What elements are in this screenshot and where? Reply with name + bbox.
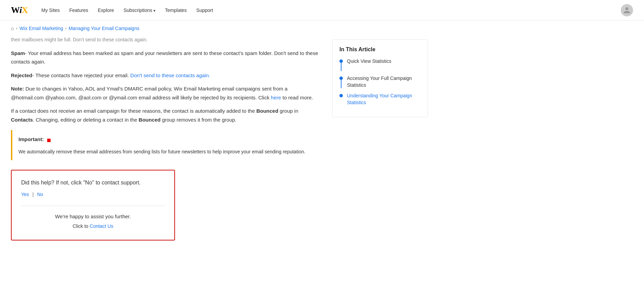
toc-dot-3 bbox=[339, 94, 343, 97]
feedback-yes-link[interactable]: Yes bbox=[21, 191, 29, 199]
rejected-link[interactable]: Don't send to these contacts again. bbox=[130, 72, 210, 78]
nav-links: My Sites Features Explore Subscriptions … bbox=[41, 8, 621, 13]
assist-main-text: We're happy to assist you further. bbox=[55, 212, 131, 221]
toc-item-1: Quick View Statistics bbox=[339, 58, 421, 71]
toc-connector-1 bbox=[341, 63, 341, 71]
toc-item-2: Accessing Your Full Campaign Statistics bbox=[339, 75, 421, 88]
red-indicator bbox=[47, 139, 51, 142]
feedback-assist: We're happy to assist you further. Click… bbox=[21, 212, 165, 230]
toc-link-3[interactable]: Understanding Your Campaign Statistics bbox=[347, 93, 421, 106]
sidebar-title: In This Article bbox=[339, 46, 421, 53]
note-here-link[interactable]: here bbox=[271, 95, 281, 100]
rejected-label: Rejected bbox=[11, 72, 32, 78]
toc-dot-1 bbox=[339, 59, 343, 63]
toc-list: Quick View Statistics Accessing Your Ful… bbox=[339, 58, 421, 106]
content-body: their mailboxes might be full. Don't sen… bbox=[11, 36, 319, 240]
spam-text: - Your email address has been marked as … bbox=[11, 50, 318, 65]
bounced-mid2: . Changing, editing or deleting a contac… bbox=[33, 117, 138, 123]
toc-line-1 bbox=[339, 58, 343, 71]
contact-us-link[interactable]: Contact Us bbox=[90, 223, 113, 229]
note-paragraph: Note: Due to changes in Yahoo, AOL and Y… bbox=[11, 84, 319, 102]
main-nav: WiX My Sites Features Explore Subscripti… bbox=[0, 0, 644, 20]
toc-line-3 bbox=[339, 93, 343, 97]
bounced-label1: Bounced bbox=[256, 108, 278, 114]
nav-support[interactable]: Support bbox=[196, 8, 213, 13]
toc-connector-2 bbox=[341, 80, 341, 88]
site-logo[interactable]: WiX bbox=[11, 5, 28, 15]
bounced-text: If a contact does not receive an email c… bbox=[11, 108, 256, 114]
bounced-label2: Contacts bbox=[11, 117, 33, 123]
sidebar: In This Article Quick View Statistics bbox=[332, 36, 428, 254]
toc-line-2 bbox=[339, 75, 343, 88]
breadcrumb-parent[interactable]: Wix Email Marketing bbox=[19, 26, 63, 31]
important-text: We automatically remove these email addr… bbox=[18, 148, 312, 155]
bounced-label3: Bounced bbox=[139, 117, 161, 123]
toc-item-3: Understanding Your Campaign Statistics bbox=[339, 93, 421, 106]
spam-paragraph: Spam- Your email address has been marked… bbox=[11, 49, 319, 66]
note-text: Due to changes in Yahoo, AOL and Ymail's… bbox=[11, 86, 287, 100]
important-title: Important: bbox=[18, 135, 44, 144]
feedback-sep: | bbox=[32, 191, 34, 199]
note-label: Note: bbox=[11, 86, 24, 92]
toc-dot-2 bbox=[339, 77, 343, 80]
feedback-links: Yes | No bbox=[21, 191, 165, 199]
feedback-no-link[interactable]: No bbox=[37, 191, 43, 199]
spam-label: Spam bbox=[11, 50, 25, 56]
breadcrumb-sep-2: › bbox=[65, 26, 67, 31]
important-box: Important: We automatically remove these… bbox=[11, 130, 319, 160]
toc-link-2[interactable]: Accessing Your Full Campaign Statistics bbox=[347, 75, 421, 88]
toc-link-1[interactable]: Quick View Statistics bbox=[347, 58, 391, 65]
bounced-mid: group in bbox=[278, 108, 298, 114]
assist-sub-text: Click to Contact Us bbox=[72, 222, 113, 231]
note-end: to read more. bbox=[281, 95, 313, 100]
user-avatar[interactable] bbox=[621, 4, 633, 16]
page-layout: their mailboxes might be full. Don't sen… bbox=[0, 36, 479, 254]
bounced-paragraph: If a contact does not receive an email c… bbox=[11, 107, 319, 124]
feedback-title: Did this help? If not, click "No" to con… bbox=[21, 178, 165, 187]
breadcrumb: ⌂ › Wix Email Marketing › Managing Your … bbox=[0, 20, 644, 36]
nav-explore[interactable]: Explore bbox=[98, 8, 114, 13]
rejected-paragraph: Rejected- These contacts have rejected y… bbox=[11, 71, 319, 80]
breadcrumb-current: Managing Your Email Campaigns bbox=[69, 26, 139, 31]
assist-sub-prefix: Click to bbox=[72, 223, 90, 229]
nav-features[interactable]: Features bbox=[69, 8, 88, 13]
feedback-divider bbox=[21, 206, 165, 206]
home-icon[interactable]: ⌂ bbox=[11, 25, 14, 31]
bounced-end: group removes it from the group. bbox=[161, 117, 237, 123]
main-content: their mailboxes might be full. Don't sen… bbox=[11, 36, 319, 254]
breadcrumb-sep-1: › bbox=[16, 26, 17, 31]
sidebar-box: In This Article Quick View Statistics bbox=[332, 39, 428, 117]
feedback-box: Did this help? If not, click "No" to con… bbox=[11, 170, 175, 240]
rejected-text: - These contacts have rejected your emai… bbox=[32, 72, 129, 78]
faded-top-line: their mailboxes might be full. Don't sen… bbox=[11, 36, 319, 44]
nav-templates[interactable]: Templates bbox=[165, 8, 187, 13]
nav-my-sites[interactable]: My Sites bbox=[41, 8, 60, 13]
nav-subscriptions[interactable]: Subscriptions bbox=[123, 8, 155, 13]
